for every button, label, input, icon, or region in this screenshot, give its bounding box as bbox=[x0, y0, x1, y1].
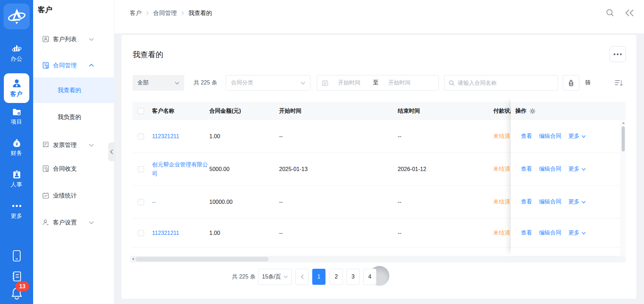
more-dots-icon bbox=[0, 201, 33, 211]
chevron-down-icon bbox=[89, 143, 94, 147]
primary-nav-rail: 办公 客户 项目 bbox=[0, 0, 33, 304]
contract-search-input[interactable] bbox=[458, 80, 545, 86]
card-more-button[interactable] bbox=[609, 46, 626, 62]
calendar-stats-icon bbox=[42, 192, 50, 199]
filter-label[interactable]: 筛 bbox=[585, 75, 591, 91]
date-end-placeholder: 开始时间 bbox=[388, 79, 411, 87]
more-action[interactable]: 更多 bbox=[568, 229, 586, 237]
sidebar-subitem-my-responsible[interactable]: 我负责的 bbox=[33, 104, 114, 130]
breadcrumb-contract-mgmt[interactable]: 合同管理 bbox=[153, 9, 177, 17]
sidebar-item-finance[interactable]: ¥ 财务 bbox=[0, 138, 33, 157]
vertical-scrollbar-thumb[interactable] bbox=[622, 126, 625, 151]
select-all-checkbox[interactable] bbox=[138, 108, 144, 114]
payment-status: 未结清 bbox=[493, 218, 510, 247]
page-button-3[interactable]: 3 bbox=[346, 269, 360, 285]
row-actions: 查看 编辑合同 更多 bbox=[511, 186, 621, 218]
col-start-date: 开始时间 bbox=[279, 102, 301, 120]
row-actions: 查看 编辑合同 更多 bbox=[511, 153, 621, 186]
edit-contract-action[interactable]: 编辑合同 bbox=[539, 133, 561, 140]
customer-name-link[interactable]: 创元帮企业管理有限公司 bbox=[152, 160, 210, 178]
sidebar-item-invoice-mgmt[interactable]: 发票管理 bbox=[33, 137, 114, 153]
row-checkbox[interactable] bbox=[138, 230, 144, 236]
more-action[interactable]: 更多 bbox=[568, 165, 586, 173]
chevron-down-icon bbox=[582, 232, 586, 235]
row-actions: 查看 编辑合同 更多 bbox=[511, 120, 621, 153]
chevron-down-icon bbox=[582, 168, 586, 171]
row-checkbox[interactable] bbox=[138, 133, 144, 140]
contract-category-select[interactable]: 合同分类 bbox=[226, 75, 310, 91]
more-action[interactable]: 更多 bbox=[568, 133, 586, 140]
mobile-app-icon[interactable] bbox=[0, 250, 33, 262]
contract-icon bbox=[42, 61, 50, 69]
row-checkbox[interactable] bbox=[138, 199, 144, 205]
pagination-total: 共 225 条 bbox=[232, 269, 256, 285]
chevron-down-icon bbox=[284, 275, 288, 278]
breadcrumb-customer[interactable]: 客户 bbox=[130, 9, 142, 17]
page-button-1[interactable]: 1 bbox=[312, 269, 325, 285]
date-range-picker[interactable]: 开始时间 至 开始时间 bbox=[317, 75, 439, 91]
row-actions: 查看 编辑合同 更多 bbox=[511, 218, 621, 248]
sidebar-item-customer-list[interactable]: 客户列表 bbox=[33, 31, 114, 47]
col-end-date: 结束时间 bbox=[398, 102, 420, 120]
date-start-placeholder: 开始时间 bbox=[338, 79, 360, 87]
view-action[interactable]: 查看 bbox=[521, 165, 532, 173]
contract-amount: 5000.00 bbox=[209, 153, 230, 185]
sidebar-item-contract-payments[interactable]: 合同收支 bbox=[33, 161, 114, 176]
sidebar-item-performance-stats[interactable]: 业绩统计 bbox=[33, 188, 114, 203]
sidebar-item-customer-settings[interactable]: 客户设置 bbox=[33, 215, 114, 230]
customer-name-link[interactable]: -- bbox=[152, 199, 156, 205]
status-filter-select[interactable]: 全部 bbox=[133, 75, 184, 91]
project-folder-icon bbox=[0, 106, 33, 117]
customer-name-link[interactable]: 112321211 bbox=[152, 133, 179, 140]
sort-descending-icon bbox=[614, 79, 624, 87]
app-window: 办公 客户 项目 bbox=[0, 0, 644, 304]
column-settings-gear-icon[interactable] bbox=[529, 108, 536, 114]
ledger-icon[interactable] bbox=[0, 271, 33, 282]
payment-status: 未结清 bbox=[493, 120, 510, 153]
more-action[interactable]: 更多 bbox=[568, 198, 586, 206]
start-date: -- bbox=[279, 120, 283, 153]
contract-payments-icon bbox=[42, 165, 50, 172]
date-separator: 至 bbox=[373, 79, 379, 87]
sidebar-item-more[interactable]: 更多 bbox=[0, 201, 33, 220]
invoice-icon bbox=[42, 141, 50, 149]
sidebar-collapse-handle[interactable] bbox=[108, 142, 115, 161]
vertical-scrollbar[interactable] bbox=[621, 120, 626, 256]
contract-amount: 1.00 bbox=[209, 120, 220, 153]
contracts-card: 我查看的 全部 共 225 条 合同分类 开始时间 至 开始时间 bbox=[121, 35, 636, 299]
chevron-down-icon bbox=[582, 201, 586, 203]
logo-icon bbox=[7, 7, 27, 25]
chevron-left-icon bbox=[110, 149, 113, 154]
sidebar-item-contract-mgmt[interactable]: 合同管理 bbox=[33, 58, 114, 73]
sidebar-item-office[interactable]: 办公 bbox=[0, 44, 33, 63]
customer-name-link[interactable]: 112321211 bbox=[152, 230, 179, 236]
collapse-panel-button[interactable] bbox=[624, 8, 635, 18]
top-bar: 客户 合同管理 我查看的 bbox=[114, 0, 644, 34]
horizontal-scrollbar[interactable] bbox=[130, 256, 626, 262]
view-action[interactable]: 查看 bbox=[521, 133, 532, 140]
edit-contract-action[interactable]: 编辑合同 bbox=[539, 198, 561, 206]
sidebar-item-customer[interactable]: 客户 bbox=[4, 73, 29, 103]
col-amount: 合同金额(元) bbox=[209, 102, 241, 120]
view-action[interactable]: 查看 bbox=[521, 198, 532, 206]
clear-filters-button[interactable] bbox=[563, 75, 579, 91]
row-checkbox[interactable] bbox=[138, 166, 144, 172]
contract-amount: 10000.00 bbox=[209, 186, 233, 218]
prev-page-button[interactable] bbox=[295, 269, 309, 285]
view-action[interactable]: 查看 bbox=[521, 229, 532, 237]
app-logo[interactable] bbox=[3, 3, 30, 29]
edit-contract-action[interactable]: 编辑合同 bbox=[539, 229, 561, 237]
page-size-select[interactable]: 15条/页 bbox=[258, 269, 292, 285]
chevron-down-icon bbox=[89, 38, 94, 41]
sort-list-button[interactable] bbox=[614, 75, 624, 91]
sidebar-item-project[interactable]: 项目 bbox=[0, 106, 33, 126]
global-search-button[interactable] bbox=[605, 8, 615, 18]
edit-contract-action[interactable]: 编辑合同 bbox=[539, 165, 561, 173]
page-button-4[interactable]: 4 bbox=[363, 269, 376, 285]
sidebar-item-hr[interactable]: 人事 bbox=[0, 169, 33, 188]
notification-badge: 13 bbox=[15, 281, 29, 291]
horizontal-scrollbar-thumb[interactable] bbox=[135, 257, 269, 261]
sidebar-subitem-my-viewed[interactable]: 我查看的 bbox=[33, 77, 114, 103]
page-button-2[interactable]: 2 bbox=[330, 269, 343, 285]
end-date: 2026-01-12 bbox=[398, 153, 426, 185]
